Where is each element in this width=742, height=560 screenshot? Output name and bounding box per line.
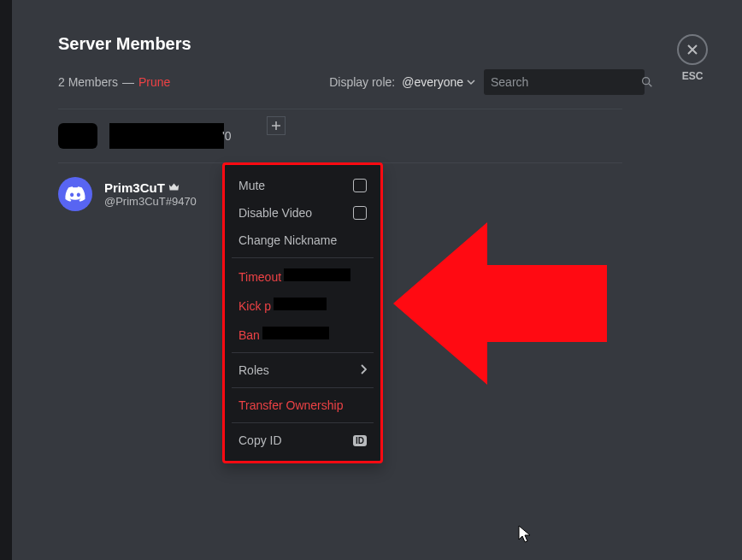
display-role-label: Display role: (329, 75, 395, 89)
ctx-separator (232, 422, 374, 423)
ctx-transfer-ownership[interactable]: Transfer Ownership (232, 392, 374, 419)
plus-icon (271, 121, 281, 131)
redacted (284, 268, 350, 281)
ctx-label: Roles (238, 363, 269, 377)
ctx-separator (232, 387, 374, 388)
ctx-ban[interactable]: Ban (232, 320, 374, 349)
redacted-name (109, 123, 224, 149)
mouse-cursor-icon (518, 525, 532, 544)
ctx-separator (232, 257, 374, 258)
ctx-label: Timeout (238, 270, 281, 284)
ctx-change-nickname[interactable]: Change Nickname (232, 227, 374, 254)
redacted-suffix: '0 (222, 129, 231, 143)
member-context-menu: Mute Disable Video Change Nickname Timeo… (222, 162, 383, 463)
ctx-kick[interactable]: Kick p (232, 291, 374, 320)
ctx-label: Kick p (238, 299, 271, 313)
ctx-copy-id[interactable]: Copy ID ID (232, 427, 374, 454)
ctx-timeout[interactable]: Timeout (232, 262, 374, 291)
svg-point-0 (643, 78, 650, 85)
close-icon (686, 43, 699, 56)
id-badge-icon: ID (353, 435, 367, 446)
member-tag: @Prim3CuT#9470 (104, 195, 197, 208)
ctx-roles[interactable]: Roles (232, 357, 374, 384)
app-sidebar-strip (0, 0, 12, 560)
ctx-label: Change Nickname (238, 233, 337, 247)
ctx-disable-video[interactable]: Disable Video (232, 199, 374, 227)
checkbox-unchecked-icon (353, 206, 367, 220)
search-box[interactable] (484, 69, 645, 95)
esc-label: ESC (682, 70, 704, 82)
chevron-down-icon (467, 78, 475, 86)
search-icon (640, 75, 654, 89)
page-title: Server Members (58, 34, 645, 54)
discord-logo-icon (65, 186, 85, 202)
ctx-label: Transfer Ownership (238, 398, 343, 412)
close-button[interactable]: ESC (677, 34, 708, 65)
prune-link[interactable]: Prune (138, 75, 170, 89)
member-name: Prim3CuT (104, 180, 165, 195)
ctx-label: Mute (238, 179, 265, 192)
ctx-mute[interactable]: Mute (232, 172, 374, 199)
checkbox-unchecked-icon (353, 179, 367, 192)
ctx-label: Ban (238, 328, 260, 342)
owner-crown-icon (168, 182, 180, 194)
avatar (58, 123, 97, 149)
redacted (274, 298, 327, 310)
member-row[interactable]: '0 (58, 109, 622, 163)
member-count: 2 Members (58, 75, 118, 89)
avatar (58, 177, 92, 211)
ctx-label: Disable Video (238, 206, 312, 220)
ctx-separator (232, 352, 374, 353)
role-selected-value: @everyone (402, 75, 463, 89)
redacted (262, 327, 329, 339)
sub-header-row: 2 Members — Prune Display role: @everyon… (58, 69, 645, 95)
chevron-right-icon (360, 363, 367, 377)
add-role-button[interactable] (267, 116, 286, 135)
search-input[interactable] (491, 75, 640, 89)
svg-line-1 (649, 84, 651, 86)
dash: — (122, 75, 134, 89)
role-select[interactable]: @everyone (402, 75, 475, 89)
ctx-label: Copy ID (238, 433, 282, 447)
